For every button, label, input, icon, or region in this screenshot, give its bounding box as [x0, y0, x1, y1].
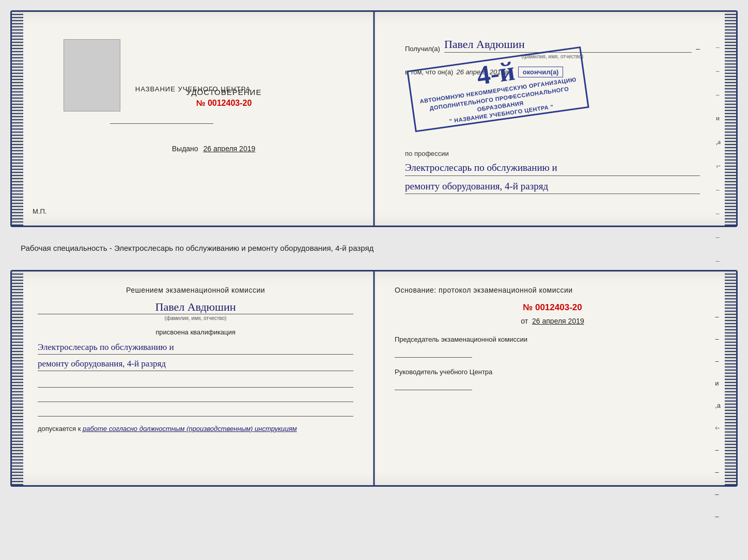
rukvoditel-block: Руководитель учебного Центра: [395, 368, 710, 390]
ot-date-block: от 26 апреля 2019: [395, 317, 710, 325]
poluchil-label: Получил(а): [405, 45, 440, 53]
udostoverenie-block: УДОСТОВЕРЕНИЕ № 0012403-20: [186, 88, 262, 108]
profession-label: по профессии: [405, 150, 700, 157]
prisvoyena-label: присвоена квалификация: [38, 328, 353, 336]
bottom-document: Решением экзаменационной комиссии Павел …: [10, 270, 738, 487]
dopusk-text: работе согласно должностным (производств…: [83, 425, 297, 433]
middle-text-content: Рабочая специальность - Электрослесарь п…: [21, 244, 373, 252]
bottom-right-dashes: – – – и ,а ‹- – – – –: [715, 313, 721, 520]
middle-text: Рабочая специальность - Электрослесарь п…: [10, 236, 738, 261]
ot-date: 26 апреля 2019: [532, 317, 584, 325]
chairman-sig-line: [395, 348, 472, 358]
chairman-label: Председатель экзаменационной комиссии: [395, 335, 710, 343]
top-left-content: НАЗВАНИЕ УЧЕБНОГО ЦЕНТРА УДОСТОВЕРЕНИЕ №…: [33, 27, 353, 210]
bottom-left-page: Решением экзаменационной комиссии Павел …: [12, 271, 374, 485]
chairman-block: Председатель экзаменационной комиссии: [395, 335, 710, 358]
person-name-bottom: Павел Авдюшин: [38, 300, 353, 314]
sig-line-2: [38, 393, 353, 402]
profession-handwritten-1: Электрослесарь по обслуживанию и: [405, 161, 700, 176]
rukvoditel-sig-line: [395, 381, 472, 390]
top-document: НАЗВАНИЕ УЧЕБНОГО ЦЕНТРА УДОСТОВЕРЕНИЕ №…: [10, 10, 738, 227]
dopusk-label: допускается к: [38, 425, 81, 433]
udostoverenie-title: УДОСТОВЕРЕНИЕ: [186, 88, 262, 97]
profession-block: по профессии Электрослесарь по обслужива…: [405, 150, 700, 194]
vydano-label: Выдано: [172, 145, 198, 153]
bottom-spine-right: [725, 271, 736, 485]
udostoverenie-number: № 0012403-20: [186, 99, 262, 108]
vydano-line: Выдано 26 апреля 2019: [172, 145, 256, 153]
photo-placeholder: [64, 39, 120, 111]
ot-label: от: [521, 317, 528, 325]
fio-hint-bottom: (фамилия, имя, отчество): [38, 315, 353, 321]
qualification-1: Электрослесарь по обслуживанию и: [38, 340, 353, 355]
top-right-content: Получил(а) Павел Авдюшин – (фамилия, имя…: [395, 27, 715, 204]
bottom-right-page: Основание: протокол экзаменационной коми…: [374, 271, 736, 485]
signature-lines: [38, 378, 353, 417]
rukvoditel-label: Руководитель учебного Центра: [395, 368, 710, 376]
document-container: НАЗВАНИЕ УЧЕБНОГО ЦЕНТРА УДОСТОВЕРЕНИЕ №…: [10, 10, 738, 487]
top-left-page: НАЗВАНИЕ УЧЕБНОГО ЦЕНТРА УДОСТОВЕРЕНИЕ №…: [12, 12, 374, 226]
sig-line-1: [38, 378, 353, 388]
protocol-number: № 0012403-20: [395, 302, 710, 313]
profession-handwritten-2: ремонту оборудования, 4-й разряд: [405, 179, 700, 195]
mp-label: М.П.: [33, 207, 46, 215]
decision-title: Решением экзаменационной комиссии: [38, 286, 353, 294]
spine-right-decoration: [725, 12, 736, 226]
vydano-date: 26 апреля 2019: [204, 145, 256, 153]
osnovaniye-title: Основание: протокол экзаменационной коми…: [395, 286, 710, 294]
top-right-page: Получил(а) Павел Авдюшин – (фамилия, имя…: [374, 12, 736, 226]
signature-line-top: [110, 123, 213, 124]
dopuskaetsya-block: допускается к работе согласно должностны…: [38, 425, 353, 433]
sig-line-3: [38, 407, 353, 417]
right-dashes: – – – и ,а ‹- – – – –: [716, 43, 721, 265]
qualification-2: ремонту оборудования, 4-й разряд: [38, 357, 353, 371]
